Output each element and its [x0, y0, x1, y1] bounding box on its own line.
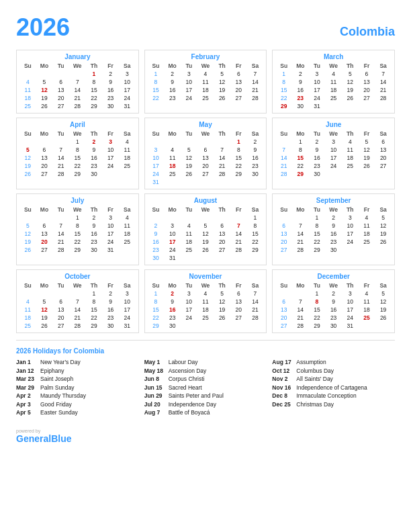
holiday-name: Independence of Cartagena — [296, 384, 367, 391]
calendar-day: 14 — [247, 78, 264, 86]
calendar-day: 10 — [342, 222, 359, 230]
calendar-day: 5 — [36, 78, 53, 86]
calendar-day: 15 — [275, 86, 292, 94]
calendar-day: 21 — [214, 162, 230, 170]
calendar-day: 3 — [181, 290, 197, 298]
calendar-day: 6 — [36, 222, 53, 230]
calendar-day: 24 — [309, 94, 326, 102]
calendar-day: 5 — [19, 146, 36, 154]
calendar-day: 12 — [214, 298, 230, 306]
day-header: Tu — [52, 281, 69, 290]
day-header: Tu — [181, 281, 197, 290]
calendar-day: 17 — [102, 230, 119, 238]
calendar-day — [181, 322, 197, 330]
calendar-day — [19, 70, 36, 78]
day-header: Th — [86, 281, 103, 290]
calendar-day: 20 — [214, 238, 230, 246]
calendar-day: 25 — [197, 314, 214, 322]
day-header: Th — [342, 62, 359, 70]
holiday-name: New Year's Day — [40, 359, 81, 365]
day-header: Su — [148, 281, 165, 290]
calendar-day: 26 — [375, 238, 392, 246]
calendar-day: 20 — [275, 238, 292, 246]
month-block-may: MaySuMoTuWeThFrSa12345678910111213141516… — [144, 118, 267, 189]
calendar-day: 28 — [292, 246, 309, 254]
calendar-day: 5 — [214, 290, 230, 298]
calendar-day: 28 — [275, 170, 292, 178]
calendar-day: 9 — [86, 222, 103, 230]
holiday-item: Apr 2Maundy Thursday — [16, 392, 139, 399]
month-block-november: NovemberSuMoTuWeThFrSa123456789101112131… — [144, 269, 267, 333]
calendar-day: 1 — [309, 290, 326, 298]
calendar-day: 26 — [359, 162, 375, 170]
calendar-day: 16 — [86, 230, 103, 238]
month-table: SuMoTuWeThFrSa12345678910111213141516171… — [19, 206, 136, 254]
calendar-day: 23 — [102, 314, 119, 322]
month-table: SuMoTuWeThFrSa12345678910111213141516171… — [148, 206, 264, 262]
calendar-day — [36, 214, 53, 222]
day-header: Mo — [36, 281, 53, 290]
calendar-day: 22 — [309, 238, 326, 246]
calendar-day: 9 — [309, 146, 326, 154]
holiday-date: Apr 2 — [16, 392, 38, 399]
calendar-day: 18 — [119, 230, 136, 238]
holiday-item: Mar 29Palm Sunday — [16, 384, 139, 391]
calendar-day: 3 — [164, 222, 181, 230]
calendar-day: 21 — [247, 306, 264, 314]
month-block-july: JulySuMoTuWeThFrSa1234567891011121314151… — [16, 193, 139, 265]
day-header: We — [197, 130, 214, 138]
day-header: Tu — [309, 206, 326, 214]
month-table: SuMoTuWeThFrSa12345678910111213141516171… — [148, 281, 264, 330]
calendar-day: 5 — [214, 70, 230, 78]
calendar-day: 15 — [247, 230, 264, 238]
calendar-day: 29 — [148, 322, 165, 330]
calendar-grid: JanuarySuMoTuWeThFrSa1234567891011121314… — [16, 50, 395, 333]
holiday-item: Nov 2All Saints' Day — [272, 375, 395, 382]
calendar-day: 7 — [247, 70, 264, 78]
holiday-date: Mar 29 — [16, 384, 38, 391]
calendar-day — [52, 70, 69, 78]
calendar-day — [119, 170, 136, 178]
month-block-september: SeptemberSuMoTuWeThFrSa12345678910111213… — [272, 193, 395, 265]
month-table: SuMoTuWeThFrSa12345678910111213141516171… — [19, 62, 136, 110]
calendar-day: 17 — [342, 306, 359, 314]
calendar-day: 14 — [214, 154, 230, 162]
calendar-day: 16 — [148, 238, 165, 246]
calendar-day — [292, 290, 309, 298]
calendar-day: 5 — [197, 222, 214, 230]
day-header: Fr — [230, 130, 247, 138]
brand-name: GeneralBlue — [16, 433, 71, 444]
calendar-day — [325, 170, 342, 178]
calendar-day: 8 — [148, 78, 165, 86]
month-table: SuMoTuWeThFrSa12345678910111213141516171… — [275, 281, 392, 330]
calendar-day: 27 — [375, 162, 392, 170]
calendar-day: 18 — [197, 86, 214, 94]
calendar-day: 11 — [359, 298, 375, 306]
calendar-day: 13 — [275, 306, 292, 314]
calendar-day: 13 — [275, 230, 292, 238]
calendar-day — [375, 322, 392, 330]
day-header: Sa — [119, 130, 136, 138]
calendar-day: 4 — [342, 138, 359, 146]
calendar-day: 19 — [36, 94, 53, 102]
calendar-day: 20 — [52, 94, 69, 102]
footer: powered by GeneralBlue — [16, 429, 395, 444]
day-header: Th — [342, 281, 359, 290]
calendar-day: 16 — [309, 154, 326, 162]
month-block-october: OctoberSuMoTuWeThFrSa1234567891011121314… — [16, 269, 139, 333]
month-name: January — [19, 53, 136, 60]
calendar-day: 7 — [230, 222, 247, 230]
calendar-day: 24 — [119, 94, 136, 102]
calendar-day: 11 — [19, 86, 36, 94]
calendar-day: 19 — [375, 230, 392, 238]
day-header: Sa — [375, 130, 392, 138]
holiday-item: May 18Ascension Day — [144, 367, 267, 374]
calendar-day: 18 — [19, 94, 36, 102]
calendar-day: 28 — [292, 322, 309, 330]
calendar-day: 5 — [181, 146, 197, 154]
calendar-day: 3 — [342, 290, 359, 298]
calendar-day: 29 — [309, 322, 326, 330]
calendar-day — [359, 102, 375, 110]
holiday-name: Labour Day — [169, 359, 198, 365]
calendar-day: 18 — [325, 86, 342, 94]
